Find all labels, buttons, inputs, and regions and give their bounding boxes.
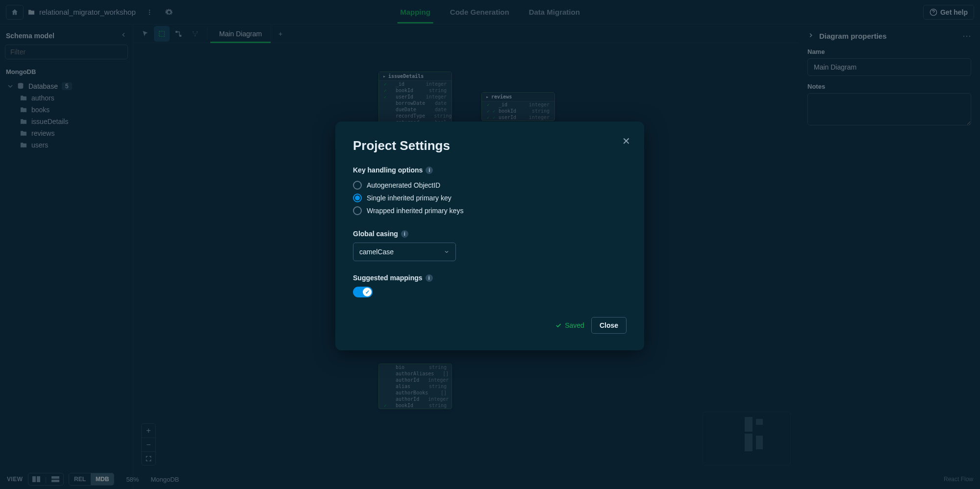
suggested-mappings-toggle[interactable] — [353, 287, 373, 297]
global-casing-select[interactable]: camelCase — [353, 243, 456, 261]
radio-autogen-objectid[interactable]: Autogenerated ObjectID — [353, 179, 627, 192]
info-icon[interactable]: i — [401, 230, 408, 238]
project-settings-modal: Project Settings ✕ Key handling options … — [335, 122, 644, 350]
info-icon[interactable]: i — [426, 274, 433, 282]
close-button[interactable]: Close — [591, 317, 627, 334]
modal-title: Project Settings — [353, 138, 627, 153]
global-casing-label: Global casing i — [353, 230, 627, 238]
info-icon[interactable]: i — [426, 167, 433, 174]
saved-indicator: Saved — [555, 321, 584, 329]
radio-wrapped-inherited-pk[interactable]: Wrapped inherited primary keys — [353, 204, 627, 217]
key-handling-label: Key handling options i — [353, 166, 627, 174]
radio-single-inherited-pk[interactable]: Single inherited primary key — [353, 192, 627, 204]
radio-label: Wrapped inherited primary keys — [367, 207, 463, 215]
select-value: camelCase — [359, 248, 394, 256]
close-icon[interactable]: ✕ — [622, 135, 630, 147]
radio-label: Single inherited primary key — [367, 194, 452, 202]
radio-label: Autogenerated ObjectID — [367, 181, 440, 189]
suggested-mappings-label: Suggested mappings i — [353, 274, 627, 282]
